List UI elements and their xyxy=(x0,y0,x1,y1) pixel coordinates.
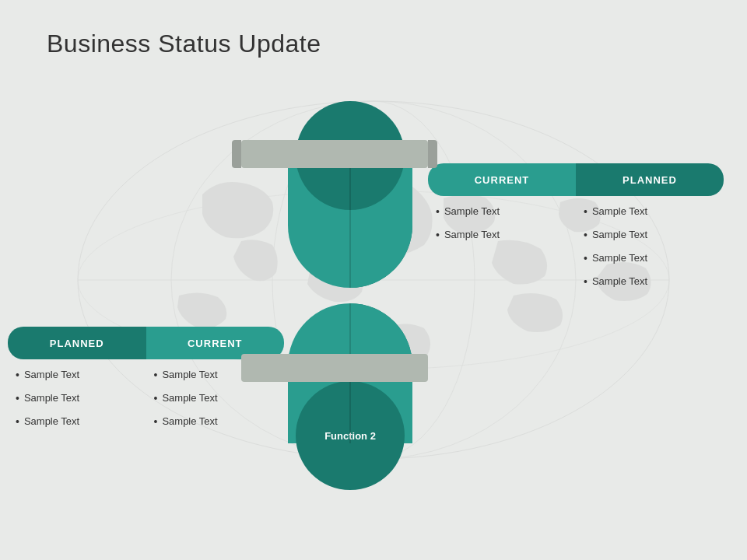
function2-shape: Function 2 xyxy=(288,303,412,490)
right-planned-header: PLANNED xyxy=(576,163,724,196)
left-planned-label: PLANNED xyxy=(50,338,104,349)
left-panel: PLANNED CURRENT Sample Text Sample Text … xyxy=(8,327,284,442)
right-panel: CURRENT PLANNED Sample Text Sample Text … xyxy=(428,163,724,302)
list-item: Sample Text xyxy=(16,369,139,381)
list-item: Sample Text xyxy=(154,392,277,404)
ribbon1 xyxy=(241,140,428,168)
list-item: Sample Text xyxy=(584,252,716,264)
right-header: CURRENT PLANNED xyxy=(428,163,724,196)
list-item: Sample Text xyxy=(584,205,716,218)
left-current-label: CURRENT xyxy=(188,338,243,349)
left-planned-col: Sample Text Sample Text Sample Text xyxy=(8,366,146,442)
list-item: Sample Text xyxy=(436,229,568,241)
left-planned-header: PLANNED xyxy=(8,327,146,359)
right-current-col: Sample Text Sample Text xyxy=(428,202,576,302)
list-item: Sample Text xyxy=(584,275,716,288)
page-title: Business Status Update xyxy=(47,30,321,58)
right-current-label: CURRENT xyxy=(475,174,530,186)
right-planned-label: PLANNED xyxy=(622,174,677,186)
ribbon2 xyxy=(241,354,428,382)
func1-divider xyxy=(349,148,351,288)
right-content: Sample Text Sample Text Sample Text Samp… xyxy=(428,202,724,302)
list-item: Sample Text xyxy=(436,205,568,218)
right-current-header: CURRENT xyxy=(428,163,576,196)
list-item: Sample Text xyxy=(16,415,139,428)
right-planned-col: Sample Text Sample Text Sample Text Samp… xyxy=(576,202,724,302)
list-item: Sample Text xyxy=(154,415,277,428)
function1-shape: Function 1 xyxy=(288,101,412,288)
list-item: Sample Text xyxy=(584,229,716,241)
list-item: Sample Text xyxy=(16,392,139,404)
